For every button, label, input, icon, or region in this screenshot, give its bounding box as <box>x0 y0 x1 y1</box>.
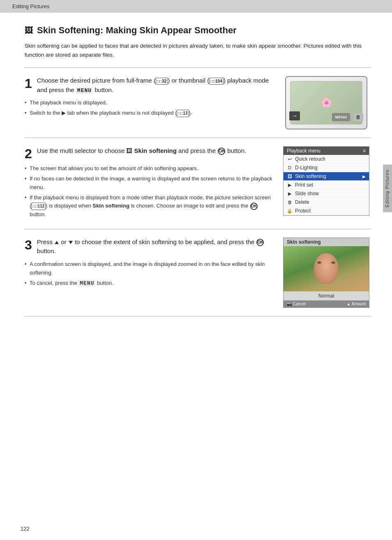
protect-label: Protect <box>295 208 311 214</box>
skin-softening-icon: 🖼 <box>25 26 33 35</box>
slide-show-label: Slide show <box>295 191 319 196</box>
playback-menu-icon: ≡ <box>363 148 366 154</box>
cancel-label: 📷 Cancel <box>287 302 306 306</box>
menu-button: MENU <box>332 113 350 121</box>
side-tab-label: Editing Pictures <box>383 164 392 212</box>
step-number-1: 1 <box>25 77 32 90</box>
normal-label: Normal <box>284 291 369 300</box>
ref-13: □□13 <box>177 110 189 117</box>
skin-softening-screen: Skin softening Normal 📷 Cancel ▲ Amount <box>283 238 369 308</box>
ref-104: □□104 <box>209 78 224 85</box>
playback-menu-header: Playback menu ≡ <box>284 147 369 155</box>
step-3-heading: 3 Press or to choose the extent of skin … <box>25 238 273 256</box>
face-image <box>314 253 339 284</box>
skin-bottom-bar: 📷 Cancel ▲ Amount <box>284 300 369 307</box>
step-3-bullets: A confirmation screen is displayed, and … <box>25 260 273 288</box>
skin-softening-screen-title: Skin softening <box>284 238 369 246</box>
step-2-content: 2 Use the multi selector to choose 🖼 Ski… <box>25 146 273 221</box>
step-1-content: 1 Choose the desired picture from full-f… <box>25 76 273 129</box>
d-lighting-label: D-Lighting <box>295 165 318 171</box>
menu-item-quick-retouch: ↩ Quick retouch <box>284 155 369 164</box>
step-1-bullets: The playback menu is displayed. Switch t… <box>25 99 273 118</box>
page-title-text: Skin Softening: Making Skin Appear Smoot… <box>37 25 237 36</box>
step-3-bullet-2: To cancel, press the MENU button. <box>25 279 273 288</box>
step-3: 3 Press or to choose the extent of skin … <box>25 229 371 316</box>
step-2: 2 Use the multi selector to choose 🖼 Ski… <box>25 138 371 229</box>
delete-label: Delete <box>295 199 309 205</box>
step-3-content: 3 Press or to choose the extent of skin … <box>25 238 273 308</box>
ref-32: □□32 <box>156 78 168 85</box>
quick-retouch-icon: ↩ <box>287 157 293 162</box>
breadcrumb: Editing Pictures <box>0 0 392 13</box>
trash-button: 🗑 <box>353 113 363 121</box>
step-2-heading: 2 Use the multi selector to choose 🖼 Ski… <box>25 146 273 160</box>
step-2-bullet-3: If the playback menu is displayed from a… <box>25 194 273 219</box>
skin-softening-bold: Skin softening <box>134 147 177 154</box>
menu-item-d-lighting: D D-Lighting <box>284 164 369 172</box>
step-1: 1 Choose the desired picture from full-f… <box>25 67 371 138</box>
quick-retouch-label: Quick retouch <box>295 156 325 162</box>
menu-item-protect: 🔒 Protect <box>284 207 369 215</box>
amount-label: ▲ Amount <box>346 302 366 306</box>
skin-softening-menu-label: Skin softening <box>295 173 326 179</box>
menu-item-skin-softening: 🖼 Skin softening ▶ <box>284 172 369 181</box>
slide-show-icon: ▶ <box>287 191 293 196</box>
ok-button-symbol-2: OK <box>250 203 258 210</box>
skin-softening-arrow: ▶ <box>362 174 366 179</box>
menu-button-label: MENU <box>76 87 93 94</box>
skin-softening-menu-icon: 🖼 <box>287 174 293 179</box>
print-set-label: Print set <box>295 182 313 188</box>
d-lighting-icon: D <box>287 165 293 170</box>
skin-photo <box>284 246 369 291</box>
camera-screen: 🌸 <box>290 81 362 125</box>
intro-paragraph: Skin softening can be applied to faces t… <box>25 42 371 59</box>
step-1-heading: 1 Choose the desired picture from full-f… <box>25 76 273 95</box>
step-2-image: Playback menu ≡ ↩ Quick retouch D D-Ligh… <box>281 146 371 221</box>
playback-menu: Playback menu ≡ ↩ Quick retouch D D-Ligh… <box>283 146 369 216</box>
step-number-3: 3 <box>25 238 32 252</box>
arrow-indicator: → <box>289 111 300 120</box>
step-3-bullet-1: A confirmation screen is displayed, and … <box>25 260 273 277</box>
ok-button-symbol: OK <box>218 148 225 155</box>
ref-112: □□112 <box>31 203 46 210</box>
camera-image: 🌸 → MENU 🗑 <box>285 76 367 129</box>
playback-menu-title: Playback menu <box>287 148 321 154</box>
ok-button-symbol-3: OK <box>256 239 264 246</box>
step-1-image: 🌸 → MENU 🗑 <box>281 76 371 129</box>
menu-item-delete: 🗑 Delete <box>284 198 369 207</box>
step-3-image: Skin softening Normal 📷 Cancel ▲ Amount <box>281 238 371 308</box>
up-arrow-icon <box>55 241 59 244</box>
step-1-bullet-2: Switch to the ▶ tab when the playback me… <box>25 109 273 118</box>
menu-item-print-set: ▶ Print set <box>284 181 369 189</box>
step-number-2: 2 <box>25 147 32 160</box>
step-2-bullets: The screen that allows you to set the am… <box>25 164 273 219</box>
print-set-icon: ▶ <box>287 182 293 188</box>
down-arrow-icon <box>69 241 73 244</box>
menu-item-slide-show: ▶ Slide show <box>284 189 369 198</box>
protect-icon: 🔒 <box>287 208 293 214</box>
step-2-bullet-1: The screen that allows you to set the am… <box>25 164 273 173</box>
step-2-bullet-2: If no faces can be detected in the image… <box>25 175 273 192</box>
skin-softening-bold-2: Skin softening <box>92 203 129 209</box>
page-title: 🖼 Skin Softening: Making Skin Appear Smo… <box>25 25 371 36</box>
step-1-bullet-1: The playback menu is displayed. <box>25 99 273 107</box>
menu-text-cancel: MENU <box>78 280 95 287</box>
page-number: 122 <box>21 526 30 532</box>
delete-icon: 🗑 <box>287 200 293 205</box>
